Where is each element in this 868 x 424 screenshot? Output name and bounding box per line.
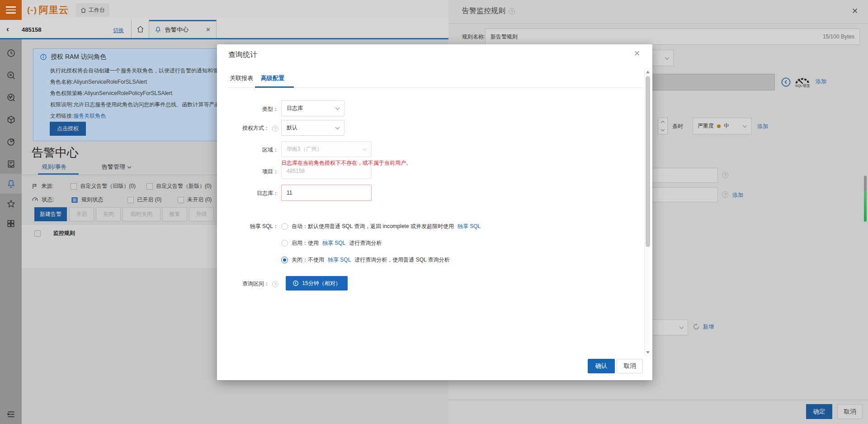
checkbox-disabled[interactable]	[178, 197, 184, 203]
sidebar	[0, 39, 22, 424]
pie-chart-icon	[6, 137, 16, 147]
checkbox-custom-alert-old[interactable]	[71, 183, 77, 190]
aliyun-logo-mark: (-)	[27, 5, 37, 15]
new-policy-link[interactable]: 新增	[703, 323, 714, 331]
rule-status-label: 规则状态	[81, 196, 103, 204]
dedicated-sql-link[interactable]: 独享 SQL	[322, 239, 345, 247]
radio-auto[interactable]	[281, 223, 288, 230]
drawer-cancel-button[interactable]: 取消	[837, 404, 863, 419]
collapse-list-icon	[6, 410, 16, 419]
dedicated-sql-link[interactable]: 独享 SQL	[458, 223, 481, 230]
tab-advanced-config[interactable]: 高级配置	[261, 74, 284, 82]
clock-icon	[6, 48, 16, 58]
dedicated-sql-label: 独享 SQL：	[217, 223, 278, 230]
modal-close-icon[interactable]: ✕	[634, 49, 640, 58]
count-stepper[interactable]	[658, 118, 668, 134]
sidebar-item-dashboard[interactable]	[0, 132, 22, 152]
select-all-checkbox[interactable]	[34, 230, 41, 237]
interval-button[interactable]: 15分钟（相对）	[286, 276, 348, 291]
info-line: 文档链接:服务关联角色	[50, 112, 106, 120]
relative-time-icon[interactable]	[781, 77, 791, 87]
radio-enable[interactable]	[281, 240, 288, 247]
sidebar-collapse-button[interactable]	[0, 404, 22, 424]
chevron-down-icon	[363, 146, 367, 151]
source-label: 来源:	[41, 182, 53, 190]
hamburger-menu-button[interactable]	[0, 0, 22, 20]
report-doc-icon	[6, 159, 16, 169]
drawer-close-icon[interactable]: ✕	[852, 6, 858, 16]
modal-confirm-button[interactable]: 确认	[588, 359, 615, 373]
gauge-icon	[32, 196, 38, 203]
checkbox-enabled[interactable]	[127, 197, 134, 203]
byte-counter: 15/100 Bytes	[823, 33, 854, 40]
region-select: 华南3（广州）	[281, 141, 372, 157]
sidebar-item-monitor[interactable]	[0, 87, 22, 107]
enable-button[interactable]: 开启	[69, 207, 94, 221]
home-tab[interactable]	[131, 20, 149, 38]
close-tab-icon[interactable]: ✕	[206, 26, 211, 33]
stepper-down[interactable]	[658, 126, 667, 134]
sidebar-item-resources[interactable]	[0, 110, 22, 129]
switch-project-link[interactable]: 切换	[113, 27, 124, 34]
resume-button[interactable]: 恢复	[162, 207, 187, 221]
logstore-label: 日志库：	[217, 190, 278, 197]
type-select[interactable]: 日志库	[281, 100, 344, 116]
scrollbar-thumb-green[interactable]	[864, 191, 867, 222]
sidebar-item-clock[interactable]	[0, 43, 22, 63]
drawer-ok-button[interactable]: 确定	[806, 404, 832, 419]
radio-off-selected[interactable]	[281, 257, 288, 263]
sidebar-item-report[interactable]	[0, 154, 22, 174]
help-icon[interactable]: ?	[722, 172, 728, 178]
aliyun-logo[interactable]: (-) 阿里云	[27, 4, 69, 16]
scrollbar-thumb-top[interactable]	[864, 176, 867, 191]
help-icon[interactable]: ?	[272, 125, 278, 132]
tab-alert-manage[interactable]: 告警管理	[102, 163, 131, 171]
sidebar-item-alerts[interactable]	[0, 174, 22, 194]
logstore-error-message: 日志库在当前角色授权下不存在，或不属于当前用户。	[281, 159, 411, 167]
help-icon[interactable]: ?	[509, 8, 515, 14]
modal-scrollbar[interactable]	[644, 68, 651, 357]
chevron-down-icon	[679, 324, 684, 329]
status-filter-row: 状态: 规则状态 已开启 (0) 未开启 (0) 暂停	[32, 196, 248, 204]
service-role-link[interactable]: 服务关联角色	[73, 113, 106, 119]
query-interval-label: 查询区间：?	[217, 280, 278, 288]
add-query-link[interactable]: 添加	[816, 78, 826, 86]
metric-monitor-icon	[6, 93, 16, 102]
add-field-link[interactable]: 添加	[732, 191, 743, 199]
tab-rules-events[interactable]: 规则/事务	[42, 163, 67, 171]
dedicated-sql-link[interactable]: 独享 SQL	[328, 256, 351, 264]
scrollbar-thumb[interactable]	[646, 76, 650, 247]
authorize-button[interactable]: 点击授权	[50, 122, 86, 136]
new-alert-button[interactable]: 新建告警	[34, 207, 67, 221]
sql-enhance-toggle[interactable]: SQL增强	[794, 75, 811, 88]
upgrade-button[interactable]: 升级	[189, 207, 214, 221]
tab-bar	[0, 20, 448, 39]
temp-disable-button[interactable]: 临时关闭	[123, 207, 160, 221]
back-button[interactable]: ‹	[6, 24, 15, 34]
modal-cancel-button[interactable]: 取消	[617, 359, 643, 373]
tab-alert-center[interactable]: 告警中心 ✕	[149, 20, 217, 38]
checkbox-custom-alert-new[interactable]	[146, 183, 153, 190]
stepper-up[interactable]	[658, 118, 667, 126]
workspace-button[interactable]: 工作台	[76, 3, 109, 17]
bell-icon	[155, 26, 161, 33]
disable-button[interactable]: 关闭	[96, 207, 121, 221]
logstore-input[interactable]: 11	[281, 185, 372, 201]
tab-linked-report[interactable]: 关联报表	[230, 74, 253, 82]
help-icon[interactable]: ?	[722, 191, 728, 198]
sidebar-item-favorites[interactable]	[0, 194, 22, 214]
relative-time-icon	[292, 280, 299, 286]
info-line: 执行此授权将会自动创建一个服务关联角色，以便进行告警的通知和管	[50, 67, 218, 75]
severity-select[interactable]: 严重度 中	[693, 118, 751, 134]
sidebar-item-apps[interactable]	[0, 214, 22, 233]
scroll-down-arrow[interactable]	[646, 351, 650, 354]
radio-row-auto: 自动：默认使用普通 SQL 查询，返回 incomplete 或并发超限时使用 …	[281, 223, 481, 230]
refresh-icon[interactable]	[693, 323, 700, 330]
sidebar-item-log-search[interactable]	[0, 65, 22, 85]
rule-name-input[interactable]: 新告警规则 15/100 Bytes	[485, 29, 860, 45]
auth-mode-select[interactable]: 默认	[281, 120, 344, 136]
severity-dot-icon	[717, 124, 721, 128]
help-icon[interactable]: ?	[272, 281, 278, 287]
add-condition-link[interactable]: 添加	[757, 123, 768, 130]
scroll-up-arrow[interactable]	[646, 71, 650, 73]
